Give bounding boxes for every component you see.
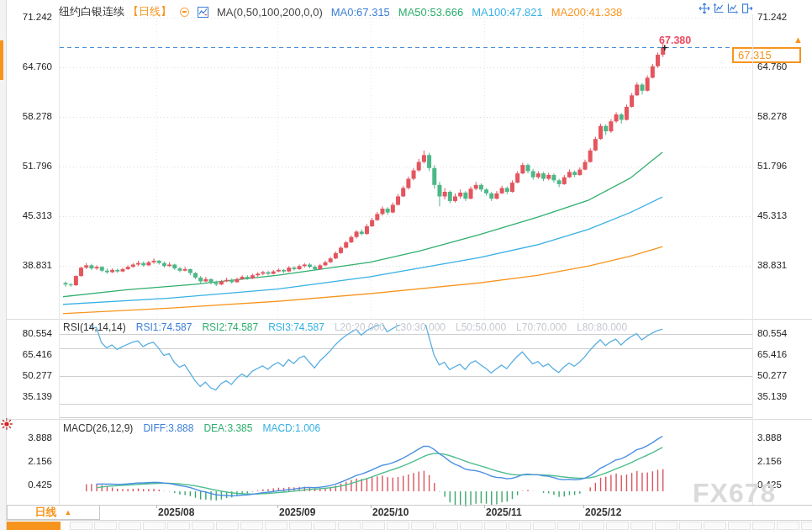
- chart-app: 纽约白银连续 【日线】 MA(0,50,100,200,0,0) MA0:67.…: [0, 0, 812, 530]
- rsi-level-30: L30:30.000: [395, 321, 446, 333]
- x-axis-label: 2025/09: [279, 506, 315, 518]
- rsi-axis-label: 35.139: [12, 391, 52, 401]
- x-tick: [277, 505, 278, 508]
- bottom-tab-segment[interactable]: [216, 522, 239, 530]
- price-chart-canvas[interactable]: [0, 0, 812, 530]
- y-axis-label-right: 51.796: [757, 161, 787, 171]
- bottom-tab-segment[interactable]: [679, 522, 702, 530]
- collapse-right-icon[interactable]: [741, 3, 753, 14]
- x-tick: [156, 505, 157, 508]
- bottom-tab-segment[interactable]: [289, 522, 312, 530]
- frame-right-icon[interactable]: [727, 3, 739, 14]
- bottom-tab-segment[interactable]: [387, 522, 409, 530]
- bottom-active-tab[interactable]: [7, 522, 61, 530]
- macd-bar-value: MACD:1.006: [262, 422, 320, 434]
- bottom-tab-segment[interactable]: [557, 522, 580, 530]
- bottom-tab-segment[interactable]: [704, 522, 726, 530]
- period-selector-label: 日线: [35, 505, 57, 520]
- bottom-toolbar-strip[interactable]: [7, 521, 812, 530]
- rsi1-value: RSI1:74.587: [136, 321, 192, 333]
- rsi-axis-label: 50.277: [12, 370, 52, 380]
- y-axis-label-right: 64.760: [757, 61, 787, 72]
- bottom-tab-segment[interactable]: [801, 522, 812, 530]
- bottom-tab-segment[interactable]: [484, 522, 507, 530]
- bottom-tab-segment[interactable]: [435, 522, 458, 530]
- last-price-box[interactable]: 67.315: [732, 47, 801, 63]
- bottom-tab-segment[interactable]: [143, 522, 166, 530]
- left-sidebar[interactable]: [0, 0, 7, 530]
- bottom-tab-segment[interactable]: [192, 522, 214, 530]
- bottom-tab-segment[interactable]: [606, 522, 629, 530]
- bottom-tab-segment[interactable]: [265, 522, 287, 530]
- rsi-axis-label-right: 35.139: [757, 391, 787, 401]
- crosshair-marker: +: [662, 41, 668, 54]
- macd-axis-label: 2.156: [12, 456, 52, 466]
- sun-icon[interactable]: [1, 418, 13, 430]
- bottom-tab-segment[interactable]: [411, 522, 434, 530]
- rsi-title[interactable]: RSI(14,14,14): [63, 321, 126, 333]
- chart-toolbar: [699, 3, 753, 14]
- ma50-value: MA50:53.666: [398, 6, 463, 19]
- x-tick: [484, 505, 485, 508]
- price-up-triangle-icon: ▲: [794, 34, 803, 45]
- y-axis-label-right: 71.242: [757, 12, 787, 22]
- last-price-value: 67.315: [738, 49, 772, 61]
- macd-title[interactable]: MACD(26,12,9): [63, 422, 133, 434]
- bottom-tab-segment[interactable]: [119, 522, 141, 530]
- rsi-axis-label-right: 65.416: [757, 349, 787, 359]
- bottom-tab-segment[interactable]: [582, 522, 604, 530]
- rsi-level-20: L20:20.000: [335, 321, 385, 333]
- macd-axis-label-right: 3.888: [757, 432, 782, 443]
- minus-circle-icon[interactable]: [180, 8, 189, 17]
- macd-axis-label: 0.425: [12, 480, 52, 490]
- bottom-tab-segment[interactable]: [655, 522, 678, 530]
- rsi-axis-label-right: 50.277: [757, 370, 787, 380]
- bottom-tab-segment[interactable]: [777, 522, 799, 530]
- bottom-tab-segment[interactable]: [314, 522, 336, 530]
- bottom-tab-segment[interactable]: [533, 522, 556, 530]
- rsi3-value: RSI3:74.587: [268, 321, 324, 333]
- rsi-axis-label: 65.416: [12, 349, 52, 359]
- y-axis-label-right: 45.313: [757, 210, 787, 220]
- bottom-tab-segment[interactable]: [94, 522, 117, 530]
- rsi-level-50: L50:50.000: [456, 321, 506, 333]
- ma100-value: MA100:47.821: [472, 6, 543, 19]
- rsi-level-70: L70:70.000: [516, 321, 567, 333]
- bottom-tab-segment[interactable]: [509, 522, 531, 530]
- bottom-tab-segment[interactable]: [240, 522, 263, 530]
- pane-divider: [7, 319, 812, 320]
- macd-header: MACD(26,12,9) DIFF:3.888 DEA:3.385 MACD:…: [63, 422, 320, 434]
- bottom-tab-segment[interactable]: [460, 522, 482, 530]
- bottom-tab-segment[interactable]: [630, 522, 653, 530]
- bottom-tab-segment[interactable]: [338, 522, 361, 530]
- bottom-tab-segment[interactable]: [167, 522, 190, 530]
- pan-move-icon[interactable]: [699, 3, 710, 14]
- chart-header: 纽约白银连续 【日线】 MA(0,50,100,200,0,0) MA0:67.…: [59, 4, 622, 19]
- period-selector[interactable]: 日线 ▲: [7, 505, 100, 520]
- bottom-tab-segment[interactable]: [728, 522, 751, 530]
- plot-right-border: [752, 14, 753, 505]
- pane-divider: [7, 419, 812, 420]
- y-axis-label: 38.831: [12, 260, 52, 270]
- frame-left-icon[interactable]: [713, 3, 725, 14]
- bottom-tab-segment[interactable]: [752, 522, 775, 530]
- plot-left-border: [59, 14, 60, 505]
- y-axis-label: 51.796: [12, 161, 52, 171]
- x-tick: [371, 505, 372, 508]
- bottom-tab-segment[interactable]: [362, 522, 385, 530]
- x-axis-label: 2025/12: [585, 506, 621, 518]
- y-axis-label: 45.313: [12, 210, 52, 220]
- period-tag[interactable]: 【日线】: [128, 4, 171, 19]
- rsi-header: RSI(14,14,14) RSI1:74.587 RSI2:74.587 RS…: [63, 321, 627, 333]
- y-axis-label-right: 58.278: [757, 111, 787, 121]
- bottom-tab-segment[interactable]: [70, 522, 92, 530]
- macd-axis-label: 3.888: [12, 432, 52, 443]
- sidebar-scroll-thumb[interactable]: [0, 40, 3, 80]
- ma0-value: MA0:67.315: [331, 6, 390, 19]
- x-axis-label: 2025/10: [372, 506, 409, 518]
- rsi2-value: RSI2:74.587: [202, 321, 258, 333]
- y-axis-label: 71.242: [12, 12, 52, 22]
- mini-chart-icon[interactable]: [198, 7, 208, 18]
- y-axis-label-right: 38.831: [757, 260, 787, 270]
- rsi-axis-label: 80.554: [12, 328, 52, 338]
